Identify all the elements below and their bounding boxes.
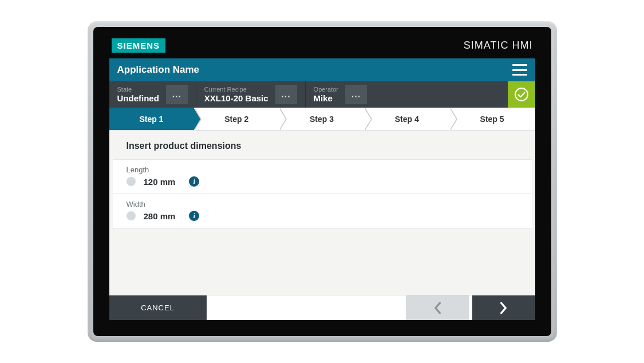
status-recipe-value: XXL10-20 Basic [204,93,268,103]
cancel-button[interactable]: CANCEL [109,295,207,320]
info-icon[interactable]: i [189,176,199,187]
field-width-label: Width [127,200,518,208]
step-5[interactable]: Step 5 [450,108,535,130]
step-1-label: Step 1 [139,115,163,124]
recipe-more-button[interactable]: ... [275,85,297,104]
step-1[interactable]: Step 1 [109,108,195,130]
operator-more-button[interactable]: ... [345,85,367,104]
status-operator-label: Operator [314,86,338,93]
siemens-logo: SIEMENS [112,38,166,53]
field-width-value[interactable]: 280 mm [144,211,176,221]
field-length-value[interactable]: 120 mm [144,177,176,187]
radio-width[interactable] [127,211,136,220]
bezel: SIEMENS SIMATIC HMI Application Name Sta… [93,27,551,336]
status-ok-indicator[interactable] [508,81,535,108]
field-length: Length 120 mm i [113,159,532,194]
status-state-label: State [117,86,159,93]
status-recipe-label: Current Recipe [204,86,268,93]
titlebar: Application Name [109,58,535,81]
screen: Application Name State Undefined ... Cur… [109,58,535,320]
content-title: Insert product dimensions [113,141,532,159]
menu-icon[interactable] [512,64,527,76]
step-5-label: Step 5 [480,115,504,124]
step-3[interactable]: Step 3 [279,108,365,130]
chevron-right-icon [500,302,508,314]
state-more-button[interactable]: ... [166,85,188,104]
footer: CANCEL [109,295,535,320]
product-label: SIMATIC HMI [464,40,533,52]
field-length-label: Length [127,165,518,174]
svg-point-0 [515,88,528,101]
step-2[interactable]: Step 2 [194,108,279,130]
field-width: Width 280 mm i [113,194,532,228]
bezel-top: SIEMENS SIMATIC HMI [109,35,535,58]
stepper: Step 1 Step 2 Step 3 Step 4 Step 5 [109,108,535,131]
status-recipe: Current Recipe XXL10-20 Basic ... [196,81,305,108]
step-2-label: Step 2 [224,115,248,124]
radio-length[interactable] [127,177,136,186]
prev-button[interactable] [406,295,469,320]
footer-spacer [207,295,406,320]
content-area: Insert product dimensions Length 120 mm … [109,131,535,295]
status-operator-value: Mike [314,93,338,103]
status-state: State Undefined ... [109,81,196,108]
hmi-device-frame: SIEMENS SIMATIC HMI Application Name Sta… [88,21,557,342]
status-state-value: Undefined [117,93,159,103]
check-circle-icon [514,87,529,102]
status-bar: State Undefined ... Current Recipe XXL10… [109,81,535,108]
next-button[interactable] [472,295,535,320]
step-4[interactable]: Step 4 [365,108,450,130]
step-4-label: Step 4 [395,115,419,124]
step-3-label: Step 3 [310,115,334,124]
app-title: Application Name [117,64,200,76]
info-icon[interactable]: i [189,211,199,221]
chevron-left-icon [433,302,441,314]
status-operator: Operator Mike ... [306,81,375,108]
